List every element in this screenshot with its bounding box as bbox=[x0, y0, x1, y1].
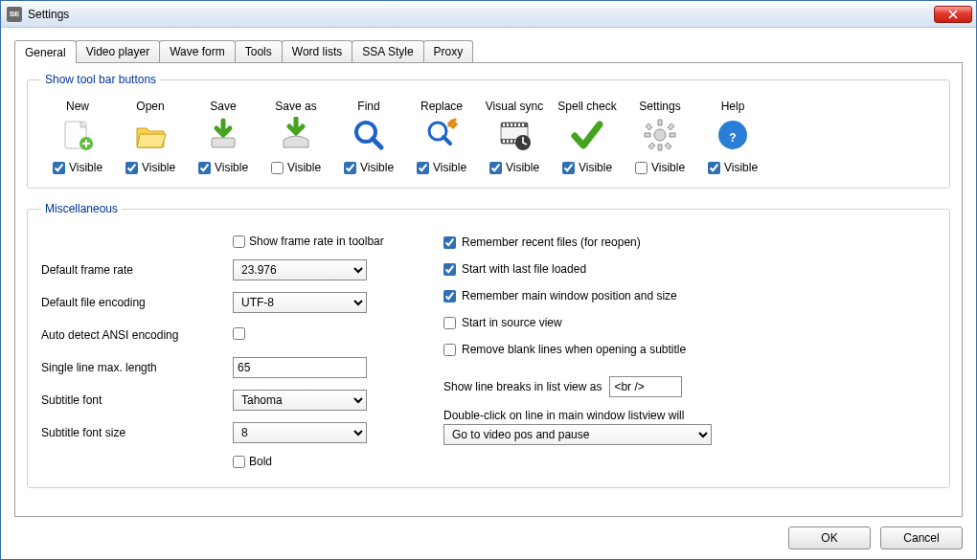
tool-visible-checkbox-saveas[interactable] bbox=[271, 162, 284, 174]
visible-label: Visible bbox=[142, 161, 175, 174]
tool-visible-find[interactable]: Visible bbox=[344, 161, 394, 174]
linebreak-input[interactable] bbox=[609, 376, 682, 397]
tool-visible-spell[interactable]: Visible bbox=[562, 161, 612, 174]
remember-recent-checkbox[interactable] bbox=[443, 236, 456, 249]
auto-ansi-label: Auto detect ANSI encoding bbox=[41, 328, 233, 342]
remove-blank-label: Remove blank lines when opening a subtit… bbox=[462, 343, 686, 356]
visible-label: Visible bbox=[433, 161, 466, 174]
misc-left-column: Show frame rate in toolbar Default frame… bbox=[41, 229, 415, 474]
svg-rect-16 bbox=[511, 140, 512, 143]
default-framerate-select[interactable]: 23.976 bbox=[233, 259, 367, 280]
tab-wave-form[interactable]: Wave form bbox=[159, 40, 236, 62]
tool-visible-settings[interactable]: Visible bbox=[635, 161, 685, 174]
tab-tools[interactable]: Tools bbox=[235, 40, 283, 62]
svg-rect-11 bbox=[514, 123, 516, 126]
remember-window-label: Remember main window position and size bbox=[462, 289, 677, 302]
tool-label-spell: Spell check bbox=[557, 100, 616, 113]
settings-window: SE Settings General Video player Wave fo… bbox=[0, 0, 977, 560]
tool-visible-checkbox-replace[interactable] bbox=[417, 162, 429, 174]
titlebar: SE Settings bbox=[1, 1, 976, 28]
tab-ssa-style[interactable]: SSA Style bbox=[352, 40, 423, 62]
svg-rect-15 bbox=[507, 140, 509, 143]
find-icon bbox=[350, 117, 388, 153]
show-framerate-checkbox[interactable] bbox=[233, 235, 245, 248]
toolbar-buttons-legend: Show tool bar buttons bbox=[41, 73, 160, 86]
remove-blank-checkbox[interactable] bbox=[443, 344, 456, 356]
bold-row[interactable]: Bold bbox=[233, 455, 272, 468]
default-encoding-select[interactable]: UTF-8 bbox=[233, 292, 367, 313]
start-last-label: Start with last file loaded bbox=[462, 262, 586, 276]
tab-general[interactable]: General bbox=[14, 40, 77, 63]
tool-visible-checkbox-vsync[interactable] bbox=[489, 162, 502, 174]
remember-window-checkbox[interactable] bbox=[443, 290, 456, 302]
save-icon bbox=[204, 117, 242, 153]
dblclick-select[interactable]: Go to video pos and pause bbox=[443, 424, 712, 445]
client-area: General Video player Wave form Tools Wor… bbox=[1, 28, 976, 559]
close-button[interactable] bbox=[934, 6, 972, 23]
tab-video-player[interactable]: Video player bbox=[76, 40, 161, 62]
tool-visible-checkbox-settings[interactable] bbox=[635, 162, 648, 174]
subtitle-font-size-select[interactable]: 8 bbox=[233, 422, 367, 443]
tool-col-saveas: Save asVisible bbox=[260, 100, 332, 174]
subtitle-font-size-label: Subtitle font size bbox=[41, 426, 233, 439]
spell-icon bbox=[568, 117, 606, 153]
vsync-icon bbox=[495, 117, 534, 153]
tool-visible-checkbox-new[interactable] bbox=[53, 162, 65, 174]
svg-point-21 bbox=[654, 129, 666, 141]
subtitle-font-select[interactable]: Tahoma bbox=[233, 390, 367, 411]
tool-visible-replace[interactable]: Visible bbox=[417, 161, 466, 174]
tool-label-new: New bbox=[66, 100, 89, 113]
auto-ansi-checkbox[interactable] bbox=[233, 327, 245, 340]
tool-visible-save[interactable]: Visible bbox=[198, 161, 248, 174]
misc-group: Miscellaneous Show frame rate in toolbar… bbox=[27, 202, 950, 488]
tab-word-lists[interactable]: Word lists bbox=[282, 40, 352, 62]
visible-label: Visible bbox=[724, 161, 758, 174]
tool-visible-checkbox-find[interactable] bbox=[344, 162, 356, 174]
visible-label: Visible bbox=[287, 161, 321, 174]
start-source-checkbox[interactable] bbox=[443, 317, 456, 329]
tool-label-vsync: Visual sync bbox=[486, 100, 543, 113]
replace-icon bbox=[422, 117, 461, 153]
saveas-icon bbox=[277, 117, 315, 153]
tool-visible-vsync[interactable]: Visible bbox=[489, 161, 539, 174]
show-framerate-row[interactable]: Show frame rate in toolbar bbox=[233, 235, 384, 248]
tool-col-replace: ReplaceVisible bbox=[405, 100, 478, 174]
window-title: Settings bbox=[28, 8, 934, 21]
tool-visible-checkbox-save[interactable] bbox=[198, 162, 211, 174]
toolbar-buttons-group: Show tool bar buttons NewVisibleOpenVisi… bbox=[27, 73, 950, 189]
tool-visible-open[interactable]: Visible bbox=[125, 161, 175, 174]
tool-visible-checkbox-spell[interactable] bbox=[562, 162, 575, 174]
tool-visible-checkbox-help[interactable] bbox=[708, 162, 720, 174]
tool-visible-saveas[interactable]: Visible bbox=[271, 161, 321, 174]
open-icon bbox=[131, 117, 170, 153]
tool-col-new: NewVisible bbox=[41, 100, 114, 174]
svg-rect-14 bbox=[503, 140, 505, 143]
new-icon bbox=[58, 117, 97, 153]
misc-right-column: Remember recent files (for reopen) Start… bbox=[424, 229, 936, 474]
tool-col-help: Help?Visible bbox=[696, 100, 769, 174]
tool-col-spell: Spell checkVisible bbox=[551, 100, 624, 174]
start-last-checkbox[interactable] bbox=[443, 263, 456, 276]
ok-button[interactable]: OK bbox=[788, 526, 871, 549]
tool-col-open: OpenVisible bbox=[114, 100, 187, 174]
help-icon: ? bbox=[714, 117, 752, 153]
tool-col-save: SaveVisible bbox=[187, 100, 260, 174]
tool-col-settings: SettingsVisible bbox=[624, 100, 696, 174]
bold-label: Bold bbox=[249, 455, 272, 468]
visible-label: Visible bbox=[360, 161, 394, 174]
show-framerate-label: Show frame rate in toolbar bbox=[249, 235, 384, 248]
misc-legend: Miscellaneous bbox=[41, 202, 122, 215]
tabstrip: General Video player Wave form Tools Wor… bbox=[14, 39, 963, 62]
tool-visible-help[interactable]: Visible bbox=[708, 161, 758, 174]
bold-checkbox[interactable] bbox=[233, 456, 245, 468]
single-line-max-input[interactable] bbox=[233, 357, 367, 378]
svg-rect-8 bbox=[503, 123, 505, 126]
linebreak-label: Show line breaks in list view as bbox=[443, 380, 602, 393]
cancel-button[interactable]: Cancel bbox=[880, 526, 963, 549]
tab-proxy[interactable]: Proxy bbox=[423, 40, 474, 62]
tool-label-help: Help bbox=[721, 100, 745, 113]
tool-label-settings: Settings bbox=[639, 100, 680, 113]
tool-visible-checkbox-open[interactable] bbox=[125, 162, 138, 174]
remember-recent-label: Remember recent files (for reopen) bbox=[462, 235, 641, 249]
tool-visible-new[interactable]: Visible bbox=[53, 161, 102, 174]
